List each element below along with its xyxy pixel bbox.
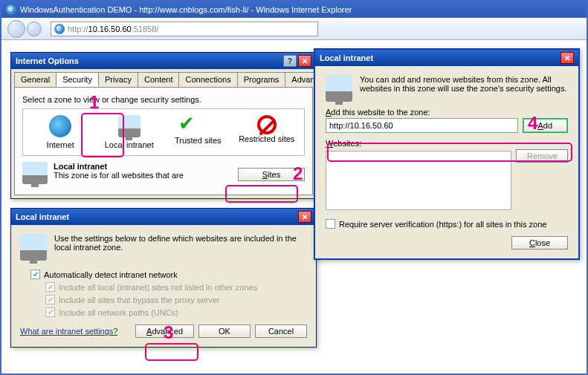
tab-privacy[interactable]: Privacy: [98, 72, 138, 87]
websites-listbox[interactable]: [326, 151, 511, 210]
add-website-label: Add this website to the zone:: [326, 108, 568, 117]
info-text: You can add and remove websites from thi…: [360, 75, 568, 102]
forward-button[interactable]: [27, 22, 42, 36]
zone-local-intranet[interactable]: Local intranet: [100, 115, 159, 149]
zone-detail-desc: This zone is for all websites that are: [54, 171, 184, 180]
ie-icon: [6, 4, 16, 15]
intranet-settings-link[interactable]: What are intranet settings?: [20, 327, 117, 336]
back-button[interactable]: [7, 20, 25, 38]
tab-general[interactable]: General: [14, 72, 56, 87]
close-button[interactable]: Close: [511, 236, 568, 250]
include-local-checkbox: ✔: [45, 282, 55, 292]
zone-list: Internet Local intranet Trusted sites Re…: [22, 108, 305, 156]
address-bar[interactable]: http://10.16.50.60:51858/: [51, 22, 318, 36]
local-intranet-add-dialog: Local intranet ✕ You can add and remove …: [314, 48, 580, 260]
help-button[interactable]: ?: [283, 55, 297, 67]
require-https-label: Require server verification (https:) for…: [339, 220, 546, 229]
include-local-label: Include all local (intranet) sites not l…: [59, 283, 257, 292]
tab-content[interactable]: Content: [138, 72, 180, 87]
include-proxy-checkbox: ✔: [45, 295, 55, 304]
monitor-icon: [22, 162, 48, 184]
tab-strip: General Security Privacy Content Connect…: [11, 69, 316, 87]
advanced-button[interactable]: Advanced: [135, 325, 194, 338]
website-input[interactable]: [326, 118, 518, 133]
browser-toolbar: http://10.16.50.60:51858/: [1, 18, 587, 40]
local-intranet-settings-dialog: Local intranet ✕ Use the settings below …: [10, 208, 317, 348]
cancel-button[interactable]: Cancel: [255, 325, 307, 338]
browser-title: WindowsAuthentication DEMO - http://www.…: [20, 5, 352, 14]
dialog-titlebar: Local intranet ✕: [11, 209, 316, 225]
address-text: http://10.16.50.60:51858/: [68, 25, 158, 33]
close-icon[interactable]: ✕: [560, 52, 574, 64]
monitor-icon: [118, 115, 140, 137]
info-text: Use the settings below to define which w…: [54, 234, 307, 261]
browser-titlebar: WindowsAuthentication DEMO - http://www.…: [1, 1, 587, 18]
tab-security[interactable]: Security: [56, 72, 99, 87]
globe-icon: [49, 115, 71, 137]
ok-button[interactable]: OK: [198, 325, 251, 338]
page-icon: [54, 24, 65, 34]
include-unc-label: Include all network paths (UNCs): [59, 308, 178, 317]
security-tab-body: Select a zone to view or change security…: [14, 87, 313, 195]
dialog-titlebar: Internet Options ? ✕: [11, 53, 316, 69]
auto-detect-checkbox[interactable]: ✔: [30, 270, 40, 279]
require-https-checkbox[interactable]: [326, 219, 335, 229]
dialog-titlebar: Local intranet ✕: [315, 50, 578, 66]
zone-internet[interactable]: Internet: [30, 115, 90, 149]
forbid-icon: [257, 115, 277, 134]
close-icon[interactable]: ✕: [298, 55, 311, 67]
select-zone-label: Select a zone to view or change security…: [22, 95, 305, 104]
tab-programs[interactable]: Programs: [237, 72, 286, 87]
auto-detect-label: Automatically detect intranet network: [44, 270, 178, 279]
sites-button[interactable]: Sites: [238, 168, 305, 181]
add-button[interactable]: Add: [523, 118, 568, 133]
websites-label: Websites:: [326, 139, 568, 148]
close-icon[interactable]: ✕: [298, 211, 311, 223]
remove-button: Remove: [516, 149, 568, 163]
include-proxy-label: Include all sites that bypass the proxy …: [59, 296, 219, 304]
check-icon: [168, 115, 189, 136]
monitor-icon: [20, 234, 47, 261]
zone-detail-title: Local intranet: [54, 162, 107, 171]
dialog-title: Local intranet: [16, 212, 69, 221]
zone-restricted[interactable]: Restricted sites: [237, 115, 297, 149]
include-unc-checkbox: ✔: [45, 307, 55, 317]
monitor-icon: [326, 75, 352, 102]
dialog-title: Local intranet: [320, 53, 373, 62]
tab-connections[interactable]: Connections: [178, 72, 237, 87]
dialog-title: Internet Options: [16, 56, 79, 65]
internet-options-dialog: Internet Options ? ✕ General Security Pr…: [10, 52, 317, 199]
zone-trusted[interactable]: Trusted sites: [168, 115, 227, 149]
